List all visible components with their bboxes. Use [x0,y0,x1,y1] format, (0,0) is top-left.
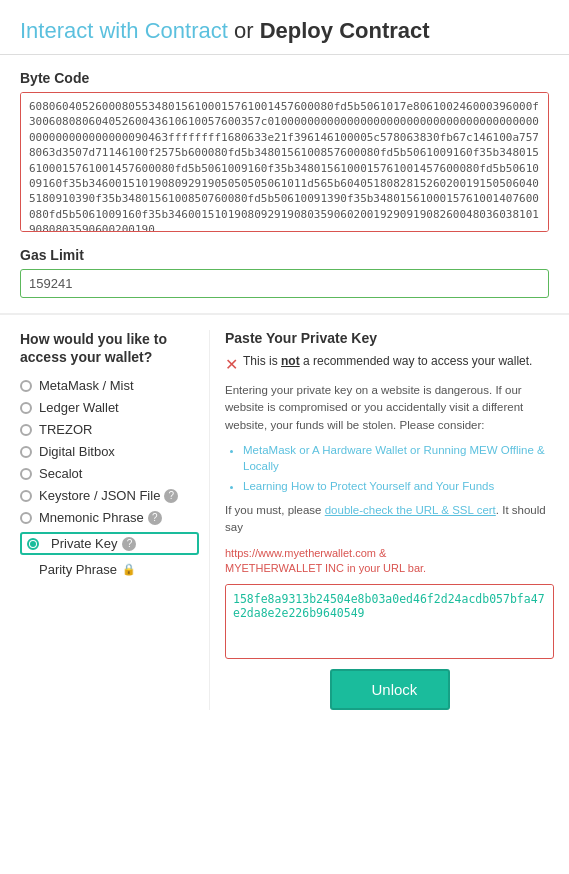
radio-keystore[interactable] [20,490,32,502]
parity-label: Parity Phrase [39,562,117,577]
mnemonic-info-icon[interactable]: ? [148,511,162,525]
wallet-access-heading: How would you like to access your wallet… [20,330,199,366]
sidebar-item-trezor[interactable]: TREZOR [20,422,199,437]
warning-text: This is not a recommended way to access … [243,354,532,368]
warning-list-item-2: Learning How to Protect Yourself and You… [243,478,554,494]
warning-not: not [281,354,300,368]
sidebar-item-metamask[interactable]: MetaMask / Mist [20,378,199,393]
gas-limit-input[interactable] [20,269,549,298]
url-line2: MYETHERWALLET INC in your URL bar. [225,562,554,574]
sidebar-item-secalot[interactable]: Secalot [20,466,199,481]
sidebar-item-ledger[interactable]: Ledger Wallet [20,400,199,415]
warning-list-item-1: MetaMask or A Hardware Wallet or Running… [243,442,554,474]
keystore-info-icon[interactable]: ? [164,489,178,503]
radio-digitalbitbox[interactable] [20,446,32,458]
error-icon: ✕ [225,355,238,374]
right-heading: Paste Your Private Key [225,330,554,346]
sidebar-item-digitalbitbox[interactable]: Digital Bitbox [20,444,199,459]
digitalbitbox-label: Digital Bitbox [39,444,115,459]
sidebar-item-parity[interactable]: Parity Phrase 🔒 [20,562,199,577]
ledger-label: Ledger Wallet [39,400,119,415]
metamask-label: MetaMask / Mist [39,378,134,393]
sidebar-item-mnemonic[interactable]: Mnemonic Phrase ? [20,510,199,525]
keystore-label: Keystore / JSON File [39,488,160,503]
radio-ledger[interactable] [20,402,32,414]
header-title-bold: Deploy Contract [260,18,430,43]
wallet-options-list: MetaMask / Mist Ledger Wallet TREZOR Dig… [20,378,199,525]
footer-warning: If you must, please double-check the URL… [225,502,554,537]
bottom-section: How would you like to access your wallet… [0,315,569,710]
unlock-button[interactable]: Unlock [330,669,450,710]
top-section: Byte Code Gas Limit [0,55,569,315]
sidebar-item-keystore[interactable]: Keystore / JSON File ? [20,488,199,503]
bytecode-input[interactable] [20,92,549,232]
warning-body: Entering your private key on a website i… [225,382,554,434]
warning-row: ✕ This is not a recommended way to acces… [225,354,554,374]
radio-privatekey[interactable] [27,538,39,550]
mnemonic-row: Mnemonic Phrase ? [39,510,162,525]
left-panel: How would you like to access your wallet… [0,330,210,710]
private-key-box-wrapper [225,584,554,659]
radio-mnemonic[interactable] [20,512,32,524]
header-title-light: Interact with Contract [20,18,228,43]
right-panel: Paste Your Private Key ✕ This is not a r… [210,330,569,710]
keystore-row: Keystore / JSON File ? [39,488,178,503]
url-line1: https://www.myetherwallet.com & [225,547,554,559]
warning-list: MetaMask or A Hardware Wallet or Running… [225,442,554,494]
bytecode-wrapper [20,92,549,235]
radio-secalot[interactable] [20,468,32,480]
header-or: or [228,18,260,43]
bytecode-label: Byte Code [20,70,549,86]
secalot-label: Secalot [39,466,82,481]
gas-limit-label: Gas Limit [20,247,549,263]
lock-icon: 🔒 [122,563,136,576]
privatekey-info-icon[interactable]: ? [122,537,136,551]
sidebar-item-privatekey[interactable]: Private Key ? [20,532,199,555]
ssl-cert-link[interactable]: double-check the URL & SSL cert [325,504,496,516]
private-key-input[interactable] [226,585,553,655]
privatekey-label: Private Key [51,536,117,551]
radio-metamask[interactable] [20,380,32,392]
trezor-label: TREZOR [39,422,92,437]
radio-trezor[interactable] [20,424,32,436]
page-header: Interact with Contract or Deploy Contrac… [0,0,569,55]
mnemonic-label: Mnemonic Phrase [39,510,144,525]
